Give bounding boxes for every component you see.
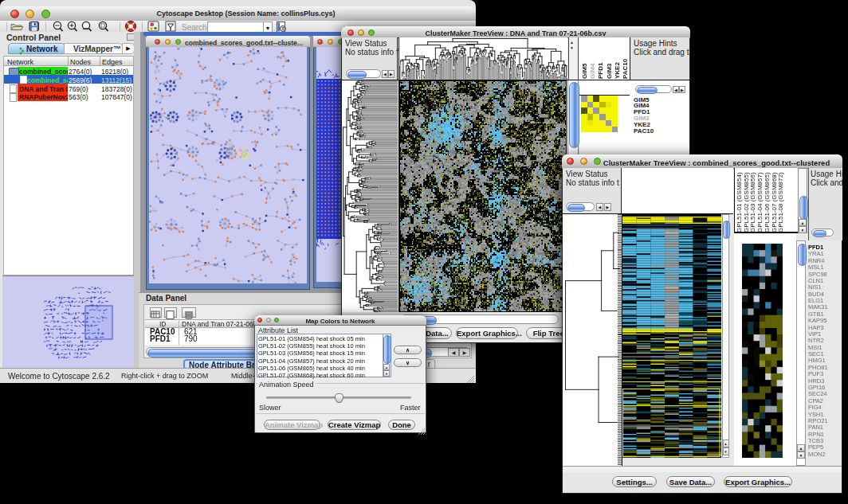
svg-text:B: B [282, 26, 285, 31]
